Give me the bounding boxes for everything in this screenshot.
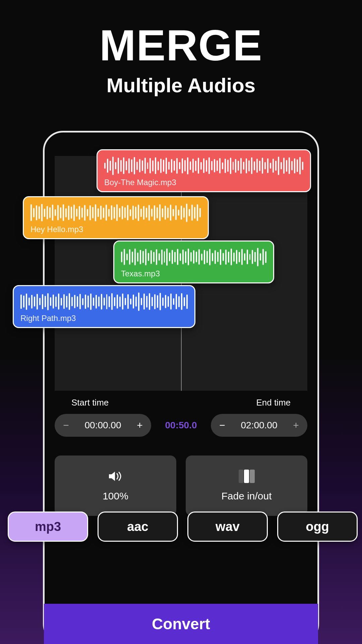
audio-clip-3[interactable]: Texas.mp3 <box>113 240 274 283</box>
end-time-stepper[interactable]: − 02:00.00 + <box>211 414 307 437</box>
audio-clip-1[interactable]: Boy-The Magic.mp3 <box>97 149 311 192</box>
waveform-icon <box>20 291 188 312</box>
controls-panel: Start time End time − 00:00.00 + 00:50.0… <box>55 397 307 516</box>
format-selector: mp3 aac wav ogg <box>8 512 358 542</box>
clip-label: Texas.mp3 <box>121 269 266 278</box>
start-time-stepper[interactable]: − 00:00.00 + <box>55 414 151 437</box>
hero-title: MERGE <box>0 23 362 67</box>
clip-label: Boy-The Magic.mp3 <box>104 178 303 187</box>
audio-clip-2[interactable]: Hey Hello.mp3 <box>23 196 209 239</box>
volume-button[interactable]: 100% <box>55 455 176 516</box>
hero-header: MERGE Multiple Audios <box>0 0 362 97</box>
volume-icon <box>108 470 124 483</box>
plus-icon[interactable]: + <box>134 419 146 431</box>
fade-button[interactable]: Fade in/out <box>186 455 307 516</box>
format-option-wav[interactable]: wav <box>187 512 268 542</box>
clip-label: Hey Hello.mp3 <box>31 225 201 234</box>
convert-button[interactable]: Convert <box>44 604 318 644</box>
playhead-time: 00:50.0 <box>159 420 203 431</box>
start-time-label: Start time <box>71 397 109 408</box>
hero-subtitle: Multiple Audios <box>0 74 362 97</box>
phone-frame: Boy-The Magic.mp3 Hey Hello.mp3 Texas.mp… <box>43 131 319 644</box>
audio-clip-4[interactable]: Right Path.mp3 <box>13 285 195 328</box>
waveform-icon <box>104 156 303 176</box>
minus-icon[interactable]: − <box>60 419 72 431</box>
fade-label: Fade in/out <box>221 490 272 502</box>
format-option-ogg[interactable]: ogg <box>277 512 358 542</box>
start-time-value: 00:00.00 <box>72 420 134 431</box>
volume-label: 100% <box>103 490 128 502</box>
waveform-icon <box>31 203 201 223</box>
clip-label: Right Path.mp3 <box>20 314 188 323</box>
end-time-label: End time <box>256 397 291 408</box>
fade-icon <box>239 470 255 483</box>
end-time-value: 02:00.00 <box>228 420 290 431</box>
plus-icon[interactable]: + <box>290 419 302 431</box>
format-option-aac[interactable]: aac <box>98 512 178 542</box>
convert-label: Convert <box>152 615 210 633</box>
minus-icon[interactable]: − <box>216 419 228 431</box>
waveform-icon <box>121 247 266 267</box>
format-option-mp3[interactable]: mp3 <box>8 512 88 542</box>
